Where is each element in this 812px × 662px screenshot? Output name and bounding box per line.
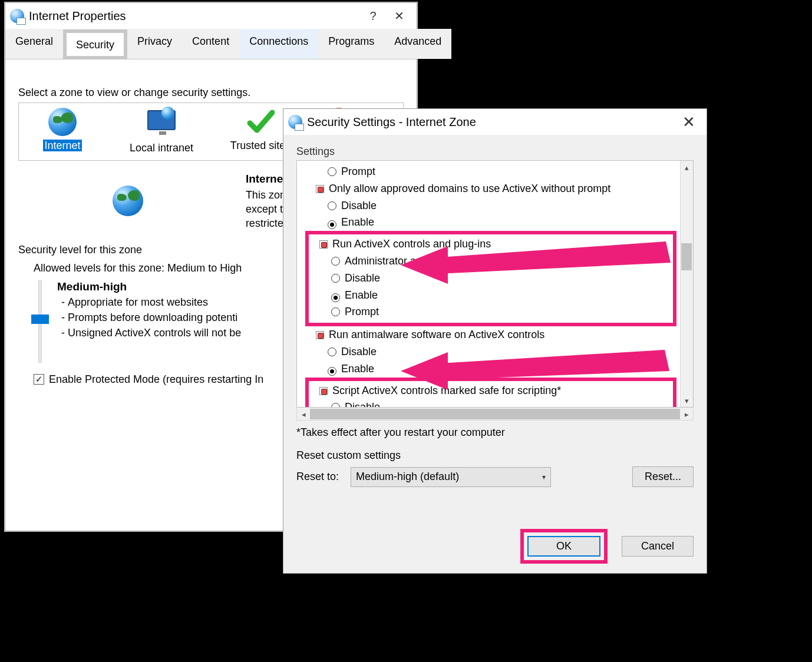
tab-advanced[interactable]: Advanced <box>384 29 451 59</box>
scroll-down-icon[interactable]: ▾ <box>680 394 693 407</box>
globe-icon <box>113 186 143 216</box>
ok-button[interactable]: OK <box>527 536 600 557</box>
level-name: Medium-high <box>57 280 241 293</box>
option-admin-approved[interactable]: Administrator approved <box>313 253 673 270</box>
zone-local-intranet[interactable]: Local intranet <box>120 108 203 154</box>
tab-content[interactable]: Content <box>182 29 239 59</box>
window-title: Security Settings - Internet Zone <box>307 115 676 129</box>
category-run-antimalware: Run antimalware software on ActiveX cont… <box>310 326 676 343</box>
scroll-up-icon[interactable]: ▴ <box>680 161 693 174</box>
close-button[interactable]: ✕ <box>676 110 702 134</box>
option-prompt[interactable]: Prompt <box>313 303 673 320</box>
option-enable[interactable]: Enable <box>310 360 676 378</box>
option-disable[interactable]: Disable <box>310 197 676 214</box>
option-enable[interactable]: Enable <box>310 214 676 231</box>
level-description: Medium-high Appropriate for most website… <box>57 280 241 363</box>
tab-security[interactable]: Security <box>63 29 127 59</box>
activex-icon <box>316 185 324 193</box>
reset-to-value: Medium-high (default) <box>356 471 459 483</box>
scroll-right-icon[interactable]: ▸ <box>680 408 693 421</box>
category-script-activex: Script ActiveX controls marked safe for … <box>313 382 673 399</box>
option-disable[interactable]: Disable <box>313 270 673 287</box>
level-bullet: Prompts before downloading potenti <box>68 310 241 325</box>
level-bullet: Appropriate for most websites <box>68 294 241 310</box>
activex-icon <box>319 240 328 249</box>
titlebar[interactable]: Internet Properties ? ✕ <box>5 3 417 29</box>
checkmark-icon <box>244 108 277 136</box>
tab-programs[interactable]: Programs <box>318 29 384 59</box>
security-level-slider[interactable] <box>34 280 47 363</box>
reset-heading: Reset custom settings <box>296 449 694 462</box>
activex-icon <box>316 331 324 339</box>
highlight-script-activex: Script ActiveX controls marked safe for … <box>305 378 676 408</box>
zones-heading: Select a zone to view or change security… <box>18 87 404 99</box>
option-disable[interactable]: Disable <box>313 399 673 408</box>
scrollbar-thumb[interactable] <box>681 243 692 270</box>
zone-intranet-label: Local intranet <box>130 142 193 154</box>
reset-to-dropdown[interactable]: Medium-high (default) ▾ <box>351 467 551 487</box>
zone-internet[interactable]: Internet <box>21 108 104 154</box>
settings-heading: Settings <box>296 145 694 158</box>
settings-tree[interactable]: Prompt Only allow approved domains to us… <box>296 160 694 408</box>
globe-icon <box>46 108 79 136</box>
category-only-allow: Only allow approved domains to use Activ… <box>310 180 676 197</box>
tab-connections[interactable]: Connections <box>239 29 318 59</box>
tab-strip: General Security Privacy Content Connect… <box>5 29 417 59</box>
help-button[interactable]: ? <box>360 4 386 28</box>
ie-globe-icon <box>10 9 24 23</box>
option-disable[interactable]: Disable <box>310 343 676 360</box>
zone-trusted-label: Trusted sites <box>230 140 291 151</box>
titlebar[interactable]: Security Settings - Internet Zone ✕ <box>283 109 707 135</box>
category-run-activex: Run ActiveX controls and plug-ins <box>313 236 673 253</box>
option-prompt[interactable]: Prompt <box>310 163 676 180</box>
ok-highlight: OK <box>520 529 608 564</box>
option-enable[interactable]: Enable <box>313 287 673 304</box>
restart-note: *Takes effect after you restart your com… <box>296 426 694 439</box>
tab-privacy[interactable]: Privacy <box>127 29 182 59</box>
reset-button[interactable]: Reset... <box>632 466 694 487</box>
ie-globe-icon <box>288 115 302 129</box>
reset-to-label: Reset to: <box>296 471 339 483</box>
zone-internet-label: Internet <box>43 140 81 151</box>
reset-custom-settings: Reset custom settings Reset to: Medium-h… <box>296 449 694 487</box>
window-title: Internet Properties <box>29 9 360 23</box>
dialog-buttons: OK Cancel <box>520 529 694 564</box>
horizontal-scrollbar[interactable]: ◂ ▸ <box>296 408 694 421</box>
security-settings-window: Security Settings - Internet Zone ✕ Sett… <box>283 108 707 574</box>
chevron-down-icon: ▾ <box>542 473 546 481</box>
monitor-icon <box>145 110 178 138</box>
protected-mode-checkbox[interactable]: ✓ <box>34 374 44 385</box>
activex-icon <box>319 387 328 395</box>
security-settings-body: Settings Prompt Only allow approved doma… <box>283 135 707 487</box>
level-bullet: Unsigned ActiveX controls will not be <box>68 325 241 340</box>
close-button[interactable]: ✕ <box>386 4 412 28</box>
protected-mode-label: Enable Protected Mode (requires restarti… <box>49 373 263 386</box>
highlight-run-activex: Run ActiveX controls and plug-ins Admini… <box>305 231 676 326</box>
scroll-left-icon[interactable]: ◂ <box>297 408 310 421</box>
tab-general[interactable]: General <box>5 29 63 59</box>
cancel-button[interactable]: Cancel <box>622 536 694 557</box>
vertical-scrollbar[interactable]: ▴ ▾ <box>680 161 693 407</box>
